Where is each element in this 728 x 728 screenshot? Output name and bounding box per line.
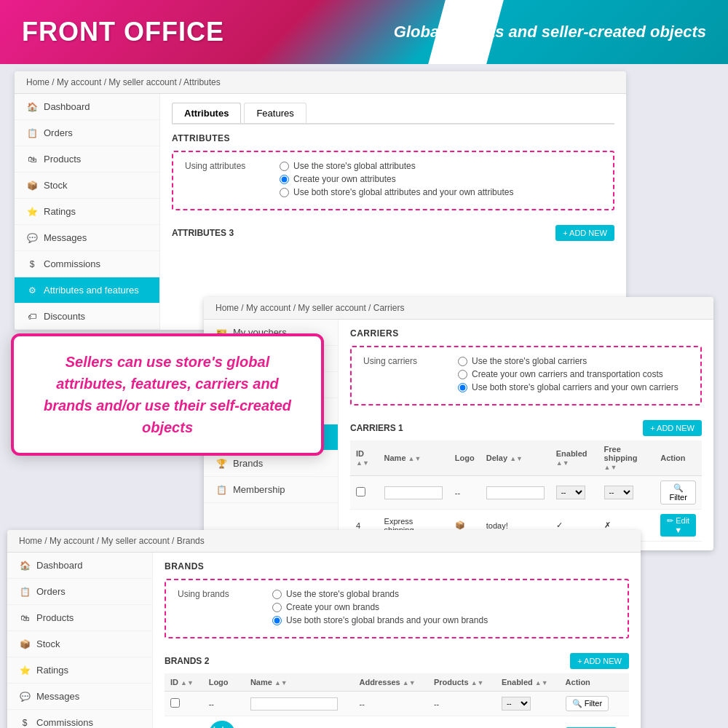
tabs-bar: Attributes Features — [172, 103, 614, 124]
brand-enabled: ✓ — [496, 716, 560, 729]
dashboard-icon-b: 🏠 — [19, 561, 31, 571]
brand-col-products: Products ▲▼ — [428, 673, 496, 692]
sidebar-item-membership[interactable]: 📋 Membership — [204, 477, 338, 503]
breadcrumb-attributes: Home / My account / My seller account / … — [15, 71, 626, 94]
brand-logo-circle: Le'Mare — [209, 721, 235, 728]
sidebar-label-commissions-b: Commissions — [36, 717, 93, 728]
tab-features[interactable]: Features — [244, 103, 306, 123]
sidebar-brands: 🏠 Dashboard 📋 Orders 🛍 Products 📦 Stock … — [7, 553, 153, 728]
filter-brands-button[interactable]: 🔍 Filter — [566, 696, 609, 711]
orders-icon: 📋 — [26, 128, 38, 138]
brand-name: Le'Mare 1 — [245, 716, 354, 729]
attributes-content: Attributes Features ATTRIBUTES Using att… — [160, 94, 626, 330]
col-action: Action — [654, 440, 702, 476]
sidebar-label-dashboard-b: Dashboard — [36, 560, 83, 571]
tab-attributes[interactable]: Attributes — [172, 103, 241, 123]
radio-both-attributes[interactable] — [280, 188, 289, 197]
brand-col-name: Name ▲▼ — [245, 673, 354, 692]
radio-row-2: Create your own attributes — [185, 174, 601, 184]
carrier-label-global: Use the store's global carriers — [472, 356, 587, 366]
brand-radio-row-1: Using brands Use the store's global bran… — [178, 589, 616, 599]
commissions-icon: $ — [26, 259, 38, 269]
col-enabled: Enabled ▲▼ — [550, 440, 598, 476]
using-brands-label: Using brands — [178, 589, 265, 599]
dashboard-icon: 🏠 — [26, 102, 38, 112]
filter-delay-input[interactable] — [486, 486, 545, 499]
brand-id: 6 — [165, 716, 203, 729]
sidebar-item-dashboard-b[interactable]: 🏠 Dashboard — [7, 553, 152, 579]
sidebar-item-orders-b[interactable]: 📋 Orders — [7, 579, 152, 605]
brand-addresses: 5 — [353, 716, 427, 729]
commissions-icon-b: $ — [19, 718, 31, 728]
add-new-brand-button[interactable]: + ADD NEW — [570, 653, 629, 669]
add-new-attribute-button[interactable]: + ADD NEW — [555, 225, 614, 241]
sidebar-item-products[interactable]: 🛍 Products — [15, 146, 159, 173]
sidebar-label-stock: Stock — [44, 180, 68, 191]
filter-brand-enabled-select[interactable]: -- — [502, 697, 531, 711]
radio-own-attributes[interactable] — [280, 175, 289, 184]
brands-options-box: Using brands Use the store's global bran… — [165, 579, 629, 638]
brand-products: 5 — [428, 716, 496, 729]
sidebar-item-orders[interactable]: 📋 Orders — [15, 120, 159, 146]
brands-table: ID ▲▼ Logo Name ▲▼ Addresses ▲▼ Products… — [165, 673, 629, 728]
sidebar-item-products-b[interactable]: 🛍 Products — [7, 605, 152, 631]
radio-global-carriers[interactable] — [458, 357, 467, 366]
sidebar-item-stock[interactable]: 📦 Stock — [15, 173, 159, 199]
brand-col-enabled: Enabled ▲▼ — [496, 673, 560, 692]
radio-global-attributes[interactable] — [280, 162, 289, 171]
sidebar-label-discounts-1: Discounts — [44, 311, 85, 322]
sidebar-item-stock-b[interactable]: 📦 Stock — [7, 631, 152, 657]
carrier-action: ✏ Edit ▼ — [654, 510, 702, 542]
radio-row-3: Use both store's global attributes and y… — [185, 187, 601, 197]
sidebar-item-discounts-1[interactable]: 🏷 Discounts — [15, 304, 159, 330]
sidebar-label-brands: Brands — [233, 458, 263, 469]
filter-name-input[interactable] — [384, 486, 443, 499]
filter-free-shipping-select[interactable]: -- — [604, 486, 633, 499]
brand-col-addresses: Addresses ▲▼ — [353, 673, 427, 692]
brands-icon: 🏆 — [215, 459, 227, 469]
brand-action: 🔍 View ▼ — [560, 716, 629, 729]
sidebar-item-ratings-b[interactable]: ⭐ Ratings — [7, 657, 152, 684]
filter-checkbox[interactable] — [356, 487, 365, 496]
filter-enabled-select[interactable]: -- — [556, 486, 585, 499]
sidebar-item-messages-b[interactable]: 💬 Messages — [7, 684, 152, 710]
brands-section-title: BRANDS — [165, 561, 629, 571]
attributes-section-title: ATTRIBUTES — [172, 133, 614, 143]
col-name: Name ▲▼ — [379, 440, 449, 476]
edit-carrier-button[interactable]: ✏ Edit ▼ — [660, 514, 696, 537]
carriers-count-label: CARRIERS 1 — [350, 423, 403, 433]
sidebar-item-commissions[interactable]: $ Commissions — [15, 251, 159, 277]
carriers-filter-row: -- -- -- 🔍 Filter — [350, 476, 702, 510]
sidebar-item-attributes[interactable]: ⚙ Attributes and features — [15, 277, 159, 304]
header-banner: FRONT OFFICE Global objects and seller-c… — [0, 0, 728, 64]
add-new-carrier-button[interactable]: + ADD NEW — [643, 420, 702, 436]
radio-both-carriers[interactable] — [458, 383, 467, 392]
sidebar-label-commissions: Commissions — [44, 258, 100, 269]
radio-own-carriers[interactable] — [458, 370, 467, 379]
attributes-icon: ⚙ — [26, 285, 38, 296]
products-icon-b: 🛍 — [19, 613, 31, 623]
orders-icon-b: 📋 — [19, 587, 31, 597]
brand-label-both: Use both store's global brands and your … — [286, 615, 488, 625]
brand-row: 6 Le'Mare Le'Mare 1 5 5 ✓ 🔍 View ▼ — [165, 716, 629, 729]
sidebar-item-commissions-b[interactable]: $ Commissions — [7, 710, 152, 728]
carrier-radio-row-3: Use both store's global carriers and you… — [363, 382, 689, 392]
messages-icon-b: 💬 — [19, 692, 31, 702]
radio-global-brands[interactable] — [272, 590, 282, 599]
brand-filter-checkbox[interactable] — [170, 698, 180, 708]
radio-own-brands[interactable] — [272, 603, 282, 612]
radio-label-own: Create your own attributes — [293, 174, 396, 184]
sidebar-item-dashboard[interactable]: 🏠 Dashboard — [15, 94, 159, 120]
brands-filter-row: -- -- -- -- 🔍 Filter — [165, 692, 629, 716]
radio-both-brands[interactable] — [272, 616, 282, 625]
sidebar-item-ratings[interactable]: ⭐ Ratings — [15, 199, 159, 225]
carrier-radio-row-1: Using carriers Use the store's global ca… — [363, 356, 689, 366]
filter-carriers-button[interactable]: 🔍 Filter — [660, 480, 696, 505]
using-carriers-label: Using carriers — [363, 356, 451, 366]
overlay-text: Sellers can use store's global attribute… — [31, 351, 304, 438]
filter-brand-name-input[interactable] — [250, 697, 338, 711]
stock-icon-b: 📦 — [19, 639, 31, 649]
sidebar-item-messages[interactable]: 💬 Messages — [15, 225, 159, 251]
carriers-options-box: Using carriers Use the store's global ca… — [350, 346, 702, 405]
panel-attributes: Home / My account / My seller account / … — [15, 71, 626, 330]
